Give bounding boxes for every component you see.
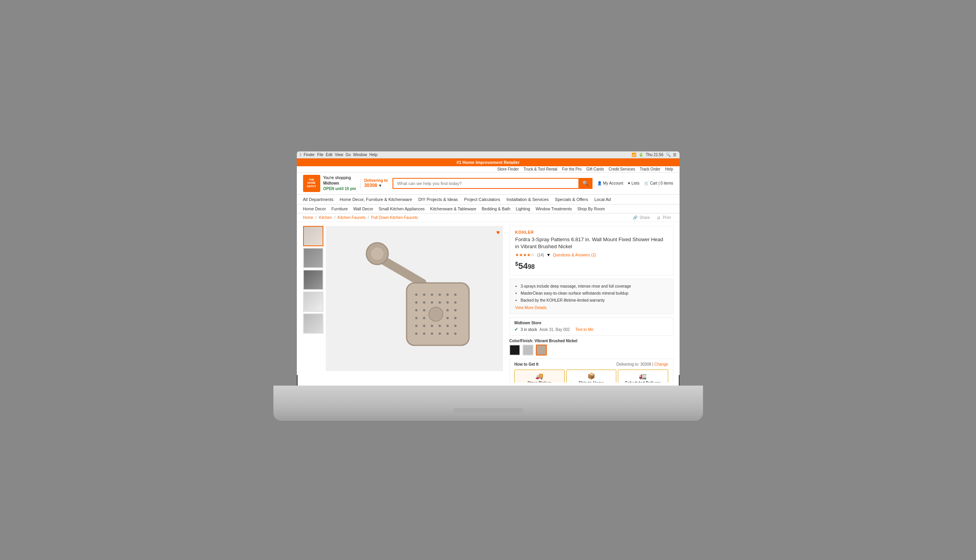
svg-point-30	[431, 325, 433, 327]
search-button[interactable]: 🔍	[578, 178, 592, 189]
nav-specials[interactable]: Specials & Offers	[555, 197, 588, 202]
search-bar: 🔍	[393, 178, 592, 189]
store-pickup-icon: 🚚	[517, 372, 562, 380]
svg-point-17	[423, 309, 425, 311]
my-account-button[interactable]: 👤 My Account	[597, 181, 623, 185]
svg-point-32	[446, 325, 449, 327]
store-pickup-title: Store Pickup	[517, 381, 562, 382]
svg-point-14	[446, 301, 449, 304]
truck-tool-link[interactable]: Truck & Tool Rental	[523, 167, 557, 171]
svg-point-9	[454, 293, 457, 296]
ship-to-home-option[interactable]: 📦 Ship to Home Get it by Tue, Feb 1 FREE	[566, 370, 616, 382]
utility-bar: Store Finder Truck & Tool Rental For the…	[297, 166, 680, 172]
rating-count[interactable]: (14)	[537, 253, 544, 257]
product-layout: ♥	[297, 222, 680, 375]
store-status: OPEN until 10 pm	[323, 186, 356, 192]
credit-link[interactable]: Credit Services	[608, 167, 635, 171]
thumbnail-2[interactable]	[303, 248, 323, 268]
svg-point-23	[423, 317, 425, 319]
nav-sec-lighting[interactable]: Lighting	[516, 206, 530, 211]
main-product-image: ♥	[326, 226, 503, 371]
clock: Thu 21:56	[646, 153, 663, 157]
mac-menu-help[interactable]: Help	[369, 153, 378, 157]
qa-link[interactable]: Questions & Answers (2)	[553, 253, 596, 257]
store-info: You're shopping Midtown OPEN until 10 pm	[323, 175, 356, 192]
swatch-silver[interactable]	[523, 345, 533, 356]
nav-sec-bedding[interactable]: Bedding & Bath	[482, 206, 510, 211]
view-more-link[interactable]: View More Details	[515, 306, 667, 310]
nav-all-departments[interactable]: All Departments	[303, 197, 334, 202]
track-order-link[interactable]: Track Order	[640, 167, 660, 171]
menu-icon[interactable]: ☰	[673, 153, 676, 157]
svg-point-34	[415, 332, 418, 335]
change-link[interactable]: Change	[654, 362, 668, 366]
nav-sec-wall-decor[interactable]: Wall Decor	[353, 206, 373, 211]
thumbnail-3[interactable]	[303, 270, 323, 290]
print-button[interactable]: 🖨 Print	[657, 215, 672, 220]
share-button[interactable]: 🔗 Share	[633, 215, 651, 220]
nav-local-ad[interactable]: Local Ad	[594, 197, 611, 202]
search-input[interactable]	[393, 178, 578, 189]
nav-sec-kitchenware[interactable]: Kitchenware & Tableware	[430, 206, 476, 211]
nav-sec-furniture[interactable]: Furniture	[331, 206, 348, 211]
breadcrumb-path: Home / Kitchen / Kitchen Faucets / Pull …	[303, 215, 418, 220]
lists-label: Lists	[632, 181, 640, 185]
nav-sec-window[interactable]: Window Treatments	[535, 206, 572, 211]
store-pickup-option[interactable]: 🚚 Store Pickup Pickup Today FREE	[514, 370, 564, 382]
nav-home-decor[interactable]: Home Decor, Furniture & Kitchenware	[340, 197, 412, 202]
mac-menu-view[interactable]: View	[335, 153, 343, 157]
mac-menu-finder[interactable]: Finder	[304, 153, 315, 157]
laptop-body	[273, 386, 703, 421]
breadcrumb-kitchen[interactable]: Kitchen	[319, 215, 332, 220]
svg-point-16	[415, 309, 418, 311]
logo-area: THEHOMEDEPOT You're shopping Midtown OPE…	[303, 175, 356, 192]
nav-sec-small-kitchen[interactable]: Small Kitchen Appliances	[378, 206, 425, 211]
mac-menu-go[interactable]: Go	[346, 153, 351, 157]
star-rating[interactable]: ★★★★☆	[515, 252, 535, 258]
breadcrumb-current[interactable]: Pull Down Kitchen Faucets	[371, 215, 418, 220]
bullet-2: MasterClean easy-to-clean surface withst…	[521, 290, 667, 297]
thumbnail-5[interactable]	[303, 313, 323, 334]
lists-button[interactable]: ♥ Lists	[628, 181, 640, 185]
for-pro-link[interactable]: For the Pro	[562, 167, 582, 171]
svg-point-6	[431, 293, 433, 296]
logo-text: THEHOMEDEPOT	[307, 178, 316, 188]
mac-menu-window[interactable]: Window	[353, 153, 367, 157]
store-name[interactable]: Midtown	[323, 181, 356, 186]
scheduled-delivery-option[interactable]: 🚛 Scheduled Delivery As soon as Today St…	[618, 370, 668, 382]
text-to-me-link[interactable]: Text to Me	[575, 327, 593, 332]
wishlist-button[interactable]: ♥	[496, 229, 500, 236]
secondary-navigation: Home Decor Furniture Wall Decor Small Ki…	[297, 204, 680, 213]
nav-sec-home-decor[interactable]: Home Decor	[303, 206, 326, 211]
thumbnail-1[interactable]	[303, 226, 323, 246]
search-icon[interactable]: 🔍	[666, 153, 671, 157]
delivery-header: How to Get It Delivering to: 30308 | Cha…	[514, 362, 668, 366]
delivering-info[interactable]: Delivering to 30308 ▼	[360, 178, 388, 188]
svg-point-13	[439, 301, 441, 304]
nav-calculators[interactable]: Project Calculators	[464, 197, 500, 202]
svg-point-2	[371, 247, 384, 260]
breadcrumb-home[interactable]: Home	[303, 215, 314, 220]
cart-button[interactable]: 🛒 Cart | 0 items	[644, 181, 673, 185]
help-link[interactable]: Help	[665, 167, 673, 171]
breadcrumb-faucets[interactable]: Kitchen Faucets	[337, 215, 366, 220]
thumbnail-4[interactable]	[303, 292, 323, 312]
gift-cards-link[interactable]: Gift Cards	[586, 167, 604, 171]
svg-point-26	[446, 317, 449, 319]
nav-diy[interactable]: DIY Projects & Ideas	[418, 197, 458, 202]
cart-label: Cart | 0 items	[650, 181, 673, 185]
rating-row: ★★★★☆ (14) ▼ Questions & Answers (2)	[515, 252, 667, 258]
nav-installation[interactable]: Installation & Services	[507, 197, 549, 202]
swatch-black[interactable]	[509, 345, 520, 356]
mac-menu-file[interactable]: File	[317, 153, 323, 157]
store-finder-link[interactable]: Store Finder	[497, 167, 519, 171]
store-availability: Midtown Store ✔ 3 in stock Aisle 31, Bay…	[509, 317, 673, 336]
swatch-nickel[interactable]	[536, 345, 547, 356]
mac-menu-edit[interactable]: Edit	[326, 153, 332, 157]
header-actions: 👤 My Account ♥ Lists 🛒 Cart | 0 items	[597, 181, 673, 185]
site-header: THEHOMEDEPOT You're shopping Midtown OPE…	[297, 172, 680, 195]
ship-to-home-title: Ship to Home	[569, 381, 614, 382]
home-depot-logo[interactable]: THEHOMEDEPOT	[303, 175, 320, 192]
color-selector: Color/Finish: Vibrant Brushed Nickel	[509, 339, 673, 356]
nav-sec-shop-by-room[interactable]: Shop By Room	[577, 206, 605, 211]
